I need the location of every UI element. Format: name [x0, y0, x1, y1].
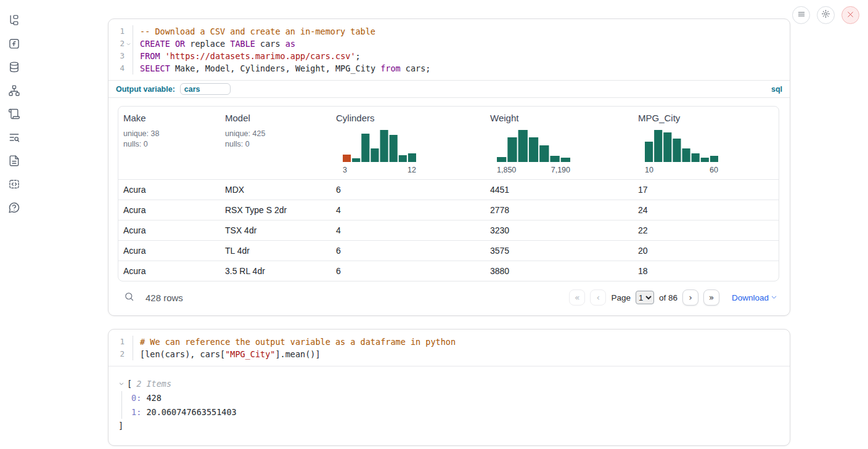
documentation-icon[interactable]	[7, 154, 21, 168]
code-line[interactable]: 2[len(cars), cars["MPG_City"].mean()]	[108, 348, 790, 360]
snippets-icon[interactable]	[7, 177, 21, 191]
column-stats: unique: 38nulls: 0	[123, 129, 215, 150]
histogram-bar	[343, 155, 351, 162]
histogram-bar	[380, 130, 388, 162]
code-text: [len(cars), cars["MPG_City"].mean()]	[133, 348, 321, 360]
column-header-weight[interactable]: Weight1,8507,190	[485, 107, 633, 179]
help-icon[interactable]	[7, 201, 21, 214]
language-badge[interactable]: sql	[771, 85, 782, 94]
dependency-graph-icon[interactable]	[7, 84, 21, 97]
cell-make: Acura	[118, 200, 220, 220]
cell-weight: 3880	[485, 261, 633, 281]
line-number: 1	[108, 25, 125, 38]
first-page-button[interactable]: «	[569, 289, 585, 305]
fold-chevron-icon[interactable]	[125, 38, 133, 50]
close-bracket: ]	[118, 419, 780, 432]
code-line[interactable]: 4SELECT Make, Model, Cylinders, Weight, …	[108, 62, 790, 75]
tree-entry-value: 428	[146, 393, 161, 403]
code-text: SELECT Make, Model, Cylinders, Weight, M…	[133, 62, 430, 75]
download-button[interactable]: Download	[732, 293, 777, 302]
items-count-label: 2 Items	[136, 378, 171, 390]
code-text: -- Download a CSV and create an in-memor…	[133, 25, 375, 38]
code-line[interactable]: 3FROM 'https://datasets.marimo.app/cars.…	[108, 50, 790, 62]
line-number: 1	[108, 336, 125, 348]
cell-weight: 3575	[485, 241, 633, 261]
open-bracket: [	[127, 378, 132, 390]
histogram-bar	[673, 139, 681, 162]
line-number: 2	[108, 348, 125, 360]
settings-gear-icon	[821, 9, 830, 21]
column-header-mpg_city[interactable]: MPG_City1060	[633, 107, 779, 179]
histogram-bar	[352, 158, 360, 162]
output-variable-input[interactable]	[180, 83, 231, 95]
search-icon	[124, 291, 134, 304]
cell-cylinders: 4	[331, 220, 485, 240]
sql-code-editor[interactable]: 1-- Download a CSV and create an in-memo…	[108, 19, 790, 80]
python-code-editor[interactable]: 1# We can reference the output variable …	[108, 330, 790, 366]
search-button[interactable]	[122, 291, 136, 304]
weight-histogram[interactable]: 1,8507,190	[497, 129, 570, 174]
python-cell: 1# We can reference the output variable …	[108, 329, 790, 446]
cell-weight: 4451	[485, 180, 633, 200]
fold-gutter	[125, 62, 133, 75]
fold-gutter	[125, 348, 133, 360]
tree-entry-key: 1:	[131, 407, 146, 417]
datasources-icon[interactable]	[7, 60, 21, 74]
fold-gutter	[125, 336, 133, 348]
mpg_city-histogram[interactable]: 1060	[645, 129, 718, 174]
cell-make: Acura	[118, 261, 220, 281]
table-row: AcuraTL 4dr6357520	[118, 240, 779, 261]
python-output-area: [ 2 Items 0: 4281: 20.060747663551403 ]	[108, 366, 790, 445]
chevron-down-icon	[771, 293, 777, 302]
column-name: Make	[123, 113, 215, 123]
code-text: CREATE OR replace TABLE cars as	[133, 38, 295, 50]
histogram-axis-labels: 312	[343, 166, 416, 174]
left-sidebar	[0, 0, 28, 449]
pagination: « ‹ Page 1 of 86 › » Download	[569, 289, 777, 305]
shutdown-button[interactable]	[841, 6, 859, 24]
tree-entry: 0: 428	[131, 391, 780, 405]
notebook-area: 1-- Download a CSV and create an in-memo…	[108, 0, 790, 446]
page-select[interactable]: 1	[636, 291, 654, 304]
table-header-row: Makeunique: 38nulls: 0Modelunique: 425nu…	[118, 107, 779, 179]
menu-button[interactable]	[792, 6, 810, 24]
column-header-make[interactable]: Makeunique: 38nulls: 0	[118, 107, 220, 179]
cell-model: TSX 4dr	[220, 220, 331, 240]
column-header-model[interactable]: Modelunique: 425nulls: 0	[220, 107, 331, 179]
last-page-button[interactable]: »	[703, 289, 719, 305]
next-page-button[interactable]: ›	[682, 289, 698, 305]
variables-icon[interactable]	[7, 37, 21, 51]
column-name: Weight	[490, 113, 628, 123]
code-line[interactable]: 1-- Download a CSV and create an in-memo…	[108, 25, 790, 38]
histogram-bar	[561, 158, 570, 162]
logs-icon[interactable]	[7, 131, 21, 144]
cell-mpg_city: 18	[633, 261, 779, 281]
page-label: Page	[611, 293, 631, 302]
cell-mpg_city: 24	[633, 200, 779, 220]
prev-page-button[interactable]: ‹	[590, 289, 606, 305]
table-row: Acura3.5 RL 4dr6388018	[118, 261, 779, 281]
histogram-bar	[550, 156, 559, 162]
notebook-actions	[792, 6, 859, 24]
cell-model: TL 4dr	[220, 241, 331, 261]
column-header-cylinders[interactable]: Cylinders312	[331, 107, 485, 179]
settings-button[interactable]	[817, 6, 835, 24]
line-number: 2	[108, 38, 125, 50]
cylinders-histogram[interactable]: 312	[343, 129, 416, 174]
chevron-down-icon[interactable]	[118, 378, 127, 390]
code-line[interactable]: 2CREATE OR replace TABLE cars as	[108, 38, 790, 50]
cell-model: 3.5 RL 4dr	[220, 261, 331, 281]
cell-mpg_city: 17	[633, 180, 779, 200]
histogram-bar	[507, 137, 517, 162]
scratchpad-icon[interactable]	[7, 107, 21, 121]
histogram-bar	[390, 135, 398, 162]
cell-make: Acura	[118, 241, 220, 261]
code-line[interactable]: 1# We can reference the output variable …	[108, 336, 790, 348]
code-text: FROM 'https://datasets.marimo.app/cars.c…	[133, 50, 361, 62]
file-explorer-icon[interactable]	[7, 14, 21, 27]
histogram-bar	[654, 130, 662, 162]
table-footer: 428 rows « ‹ Page 1 of 86 › » Download	[118, 289, 779, 305]
output-variable-label: Output variable:	[116, 85, 175, 94]
close-icon	[846, 10, 854, 21]
tree-entry-key: 0:	[131, 393, 146, 403]
